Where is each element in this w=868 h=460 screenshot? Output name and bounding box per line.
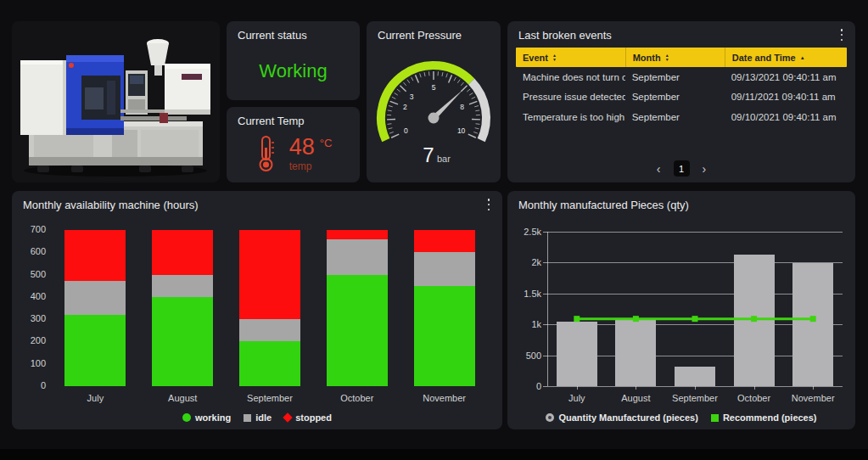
current-temp-card: Current Temp 48 °C temp xyxy=(227,107,360,182)
svg-text:7: 7 xyxy=(423,143,434,166)
svg-text:3: 3 xyxy=(410,93,414,101)
thermometer-icon xyxy=(255,134,277,177)
events-table: Event▲▼Month▲▼Date and Time▲ Machine doe… xyxy=(516,48,847,127)
svg-text:8: 8 xyxy=(460,103,464,111)
x-axis-label: September xyxy=(227,393,313,403)
events-table-body: Machine does not turn onSeptember09/13/2… xyxy=(516,67,847,127)
diamond-marker-icon xyxy=(283,412,293,422)
bar-quantity-manufactured[interactable] xyxy=(734,255,775,386)
manufactured-legend: Quantity Manufactured (pieces)Recommend … xyxy=(507,412,855,423)
current-pressure-title: Current Pressure xyxy=(378,29,462,42)
bar-segment-idle[interactable] xyxy=(414,252,475,285)
y-axis-tick-label: 300 xyxy=(17,313,46,323)
bar-segment-idle[interactable] xyxy=(64,281,126,314)
table-row[interactable]: Pressure issue detectedSeptember09/11/20… xyxy=(516,87,847,108)
current-pressure-card: Current Pressure 02358107bar xyxy=(367,21,501,182)
manufactured-plot: 05001k1.5k2k2.5kJulyAugustSeptemberOctob… xyxy=(507,191,855,429)
sort-both-icon: ▲▼ xyxy=(665,53,669,62)
bar-segment-working[interactable] xyxy=(64,315,126,386)
y-axis-tick-label: 1k xyxy=(511,319,541,329)
x-axis-tick xyxy=(636,386,636,390)
circle-marker-icon xyxy=(546,413,554,422)
column-header-event[interactable]: Event▲▼ xyxy=(516,48,625,67)
table-cell: September xyxy=(625,92,725,102)
sort-asc-icon: ▲ xyxy=(800,55,805,60)
y-axis-tick-label: 200 xyxy=(17,335,46,345)
bar-segment-stopped[interactable] xyxy=(64,230,126,281)
table-cell: September xyxy=(625,72,725,82)
window-bottom-edge xyxy=(0,449,868,460)
next-page-icon[interactable]: › xyxy=(703,163,707,175)
y-axis-tick-label: 2.5k xyxy=(511,227,541,237)
bar-segment-working[interactable] xyxy=(239,341,300,386)
column-header-date-and-time[interactable]: Date and Time▲ xyxy=(725,48,847,67)
bar-segment-working[interactable] xyxy=(327,275,388,386)
square-marker-icon xyxy=(244,414,251,422)
x-axis-label: October xyxy=(725,393,783,403)
legend-item[interactable]: Recommend (pieces) xyxy=(711,412,817,423)
events-title: Last broken events xyxy=(518,29,612,42)
events-pagination: ‹ 1 › xyxy=(507,160,855,177)
bar-segment-stopped[interactable] xyxy=(239,230,300,319)
y-axis-tick-label: 400 xyxy=(17,291,46,301)
y-axis-tick-label: 500 xyxy=(17,269,46,279)
legend-item-working[interactable]: working xyxy=(182,412,231,423)
prev-page-icon[interactable]: ‹ xyxy=(657,163,661,175)
svg-text:0: 0 xyxy=(404,126,408,135)
page-number-button[interactable]: 1 xyxy=(674,160,690,177)
current-status-title: Current status xyxy=(238,29,307,42)
temp-unit: °C xyxy=(320,137,333,149)
column-header-month[interactable]: Month▲▼ xyxy=(625,48,725,67)
gridline xyxy=(547,232,843,233)
availability-chart-panel: Monthly availability machine (hours) 700… xyxy=(12,191,502,429)
bar-quantity-manufactured[interactable] xyxy=(675,367,715,386)
x-axis-label: October xyxy=(314,393,400,403)
x-axis-label: November xyxy=(401,393,488,403)
events-panel: Last broken events Event▲▼Month▲▼Date an… xyxy=(507,21,855,182)
table-row[interactable]: Machine does not turn onSeptember09/13/2… xyxy=(516,67,847,87)
bar-quantity-manufactured[interactable] xyxy=(557,322,597,386)
pressure-gauge: 02358107bar xyxy=(367,42,501,182)
table-cell: 09/10/2021 09:40:11 am xyxy=(725,112,847,122)
x-axis-label: November xyxy=(784,393,842,403)
svg-text:10: 10 xyxy=(457,126,466,135)
manufactured-chart-panel: Monthly manufactured Pieces (qty) 05001k… xyxy=(507,191,855,429)
events-table-header: Event▲▼Month▲▼Date and Time▲ xyxy=(516,48,847,67)
bar-segment-stopped[interactable] xyxy=(152,230,213,275)
table-row[interactable]: Temperature is too highSeptember09/10/20… xyxy=(516,107,847,127)
x-axis-tick xyxy=(813,386,814,390)
y-axis-tick-label: 2k xyxy=(511,257,541,267)
machine-photo xyxy=(12,21,220,182)
y-axis-tick-label: 0 xyxy=(17,380,46,390)
circle-marker-icon xyxy=(182,413,191,422)
temp-label: temp xyxy=(289,160,333,172)
table-cell: Temperature is too high xyxy=(516,112,625,122)
legend-item[interactable]: Quantity Manufactured (pieces) xyxy=(546,412,697,423)
y-axis-tick-label: 500 xyxy=(511,351,541,361)
legend-item-idle[interactable]: idle xyxy=(244,412,272,423)
bar-quantity-manufactured[interactable] xyxy=(615,318,656,386)
bar-segment-idle[interactable] xyxy=(152,275,213,297)
bar-quantity-manufactured[interactable] xyxy=(792,263,833,386)
y-axis-tick-label: 600 xyxy=(17,246,46,256)
x-axis-label: July xyxy=(52,393,138,403)
temp-value: 48 xyxy=(289,134,315,160)
legend-item-stopped[interactable]: stopped xyxy=(284,412,332,423)
y-axis-tick-label: 700 xyxy=(17,224,46,234)
bar-segment-idle[interactable] xyxy=(327,239,388,275)
table-cell: 09/11/2021 09:40:11 am xyxy=(725,92,847,102)
x-axis-tick xyxy=(577,386,578,390)
bar-segment-working[interactable] xyxy=(152,297,213,386)
bar-segment-stopped[interactable] xyxy=(327,230,388,239)
bar-segment-stopped[interactable] xyxy=(414,230,475,252)
bar-segment-working[interactable] xyxy=(414,286,475,386)
bar-segment-idle[interactable] xyxy=(239,319,300,341)
y-axis-tick-label: 1.5k xyxy=(511,289,541,299)
y-axis-tick-label: 0 xyxy=(511,381,541,391)
x-axis-label: September xyxy=(666,393,724,403)
kebab-menu-icon[interactable] xyxy=(837,29,846,41)
sort-both-icon: ▲▼ xyxy=(552,53,557,62)
x-axis-label: August xyxy=(139,393,226,403)
svg-text:2: 2 xyxy=(403,103,407,111)
current-status-value: Working xyxy=(227,60,360,82)
